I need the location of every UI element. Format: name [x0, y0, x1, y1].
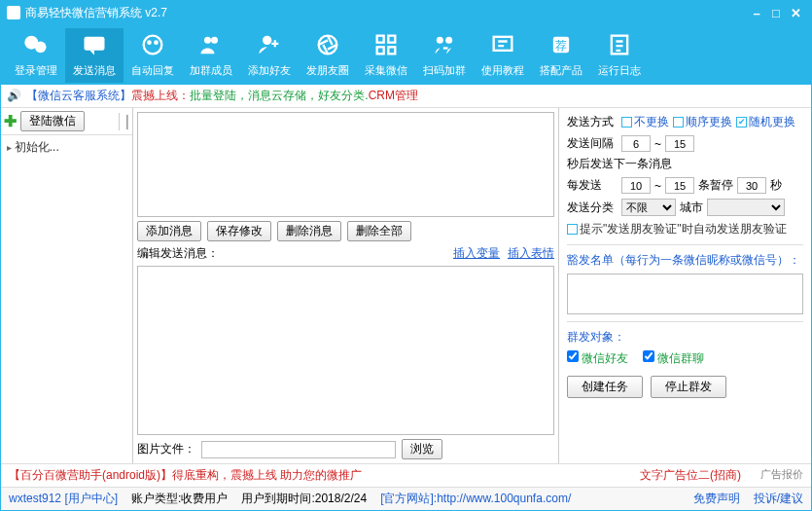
every-from-input[interactable]: [621, 177, 651, 194]
scan-icon: [415, 31, 474, 60]
recommend-icon: 荐: [532, 31, 590, 60]
city-select[interactable]: [707, 199, 785, 216]
target-groups-checkbox[interactable]: 微信群聊: [643, 350, 704, 367]
svg-point-10: [319, 36, 337, 55]
interval-suffix: 秒后发送下一条消息: [567, 156, 672, 172]
category-label: 发送分类: [567, 200, 618, 216]
browse-button[interactable]: 浏览: [402, 439, 442, 459]
user-center-link[interactable]: [用户中心]: [64, 492, 118, 505]
delete-all-button[interactable]: 删除全部: [347, 221, 411, 241]
tab-label: 自动回复: [131, 64, 174, 76]
minimize-button[interactable]: –: [747, 6, 766, 20]
tab-auto-reply[interactable]: 自动回复: [124, 28, 182, 83]
svg-point-16: [445, 37, 452, 44]
main-toolbar: 登录管理 发送消息 自动回复 加群成员 添加好友 发朋友圈 采集微信 扫码加群: [1, 24, 811, 85]
pause-suffix: 秒: [770, 177, 782, 194]
grid-icon: [357, 31, 415, 60]
official-site-url[interactable]: http://www.100qunfa.com/: [437, 492, 571, 505]
mode-no-change-checkbox[interactable]: 不更换: [621, 114, 669, 130]
announce-product[interactable]: 【微信云客服系统】: [26, 89, 131, 102]
message-list[interactable]: [137, 112, 554, 217]
message-editor[interactable]: [137, 266, 554, 435]
insert-variable-link[interactable]: 插入变量: [453, 245, 500, 262]
mode-random-checkbox[interactable]: 随机更换: [736, 114, 795, 130]
interval-to-input[interactable]: [665, 135, 694, 152]
footer-ads: 【百分百微营助手(android版)】得底重构，震撼上线 助力您的微推广 文字广…: [1, 463, 811, 487]
interval-label: 发送间隔: [567, 135, 618, 152]
target-friends-checkbox[interactable]: 微信好友: [567, 350, 628, 367]
ad-pricing-link[interactable]: 广告报价: [760, 467, 803, 484]
mode-sequential-checkbox[interactable]: 顺序更换: [673, 114, 732, 130]
tab-label: 使用教程: [481, 64, 524, 76]
tab-login[interactable]: 登录管理: [7, 28, 65, 83]
auto-verify-checkbox[interactable]: 提示"发送朋友验证"时自动发送朋友验证: [567, 221, 787, 237]
tab-label: 登录管理: [15, 64, 57, 76]
svg-point-8: [211, 37, 218, 44]
tab-scan-group[interactable]: 扫码加群: [415, 28, 474, 83]
center-pane: 添加消息 保存修改 删除消息 删除全部 编辑发送消息： 插入变量 插入表情 图片…: [133, 108, 558, 463]
svg-rect-12: [388, 36, 395, 43]
tab-label: 扫码加群: [423, 64, 466, 76]
tab-add-friend[interactable]: 添加好友: [240, 28, 299, 83]
account-tree[interactable]: 初始化...: [1, 135, 132, 463]
titlebar: 商易轻快微信营销系统 v2.7 – □ ✕: [1, 1, 811, 24]
app-icon: [7, 6, 20, 19]
add-message-button[interactable]: 添加消息: [137, 221, 201, 241]
feedback-link[interactable]: 投诉/建议: [754, 491, 803, 507]
pause-seconds-input[interactable]: [737, 177, 766, 194]
every-to-input[interactable]: [665, 177, 694, 194]
tab-label: 发送消息: [73, 64, 116, 76]
tab-label: 加群成员: [190, 64, 232, 76]
status-bar: wxtest912 [用户中心] 账户类型:收费用户 用户到期时间:2018/2…: [1, 487, 811, 510]
exempt-list-textarea[interactable]: [567, 274, 803, 314]
insert-emoji-link[interactable]: 插入表情: [508, 245, 554, 262]
interval-from-input[interactable]: [621, 135, 651, 152]
disclaimer-link[interactable]: 免费声明: [693, 491, 740, 507]
city-label: 城市: [680, 200, 703, 216]
target-title: 群发对象：: [567, 329, 803, 346]
svg-point-1: [35, 42, 47, 54]
svg-rect-17: [494, 37, 512, 51]
delete-message-button[interactable]: 删除消息: [277, 221, 341, 241]
ad2-link[interactable]: 文字广告位二(招商): [640, 467, 741, 484]
svg-point-6: [155, 42, 157, 44]
right-settings-pane: 发送方式 不更换 顺序更换 随机更换 发送间隔 ~ 秒后发送下一条消息 每发送 …: [558, 108, 811, 463]
window-title: 商易轻快微信营销系统 v2.7: [25, 5, 167, 21]
pause-mid-label: 条暂停: [698, 177, 733, 194]
tab-label: 运行日志: [598, 64, 641, 76]
official-site-link[interactable]: [官方网站]:: [380, 492, 437, 505]
login-wechat-button[interactable]: 登陆微信: [20, 111, 85, 131]
image-file-label: 图片文件：: [137, 441, 195, 457]
edit-message-label: 编辑发送消息：: [137, 245, 219, 262]
tab-moments[interactable]: 发朋友圈: [299, 28, 357, 83]
tab-logs[interactable]: 运行日志: [590, 28, 649, 83]
svg-text:荐: 荐: [555, 39, 567, 52]
tab-tutorial[interactable]: 使用教程: [474, 28, 532, 83]
username: wxtest912: [9, 492, 61, 505]
maximize-button[interactable]: □: [766, 6, 786, 20]
save-message-button[interactable]: 保存修改: [207, 221, 271, 241]
every-label: 每发送: [567, 177, 618, 194]
svg-rect-2: [85, 37, 105, 51]
aperture-icon: [299, 31, 357, 60]
image-file-input[interactable]: [201, 441, 396, 458]
group-icon: [182, 31, 240, 60]
svg-rect-14: [388, 47, 395, 54]
tab-label: 发朋友圈: [306, 64, 349, 76]
close-button[interactable]: ✕: [786, 6, 805, 20]
tab-send-message[interactable]: 发送消息: [65, 28, 124, 83]
robot-icon: [124, 31, 182, 60]
tree-root-item[interactable]: 初始化...: [7, 139, 126, 156]
speaker-icon: 🔊: [7, 89, 21, 102]
category-select[interactable]: 不限: [621, 199, 676, 216]
ad1-link[interactable]: 【百分百微营助手(android版)】: [9, 468, 172, 482]
tab-add-group-members[interactable]: 加群成员: [182, 28, 240, 83]
stop-send-button[interactable]: 停止群发: [651, 376, 726, 398]
tab-collect[interactable]: 采集微信: [357, 28, 415, 83]
create-task-button[interactable]: 创建任务: [567, 376, 643, 398]
svg-rect-11: [377, 36, 384, 43]
tab-products[interactable]: 荐 搭配产品: [532, 28, 590, 83]
svg-marker-3: [89, 51, 94, 55]
add-user-icon: [240, 31, 299, 60]
plus-icon: ✚: [4, 112, 17, 130]
